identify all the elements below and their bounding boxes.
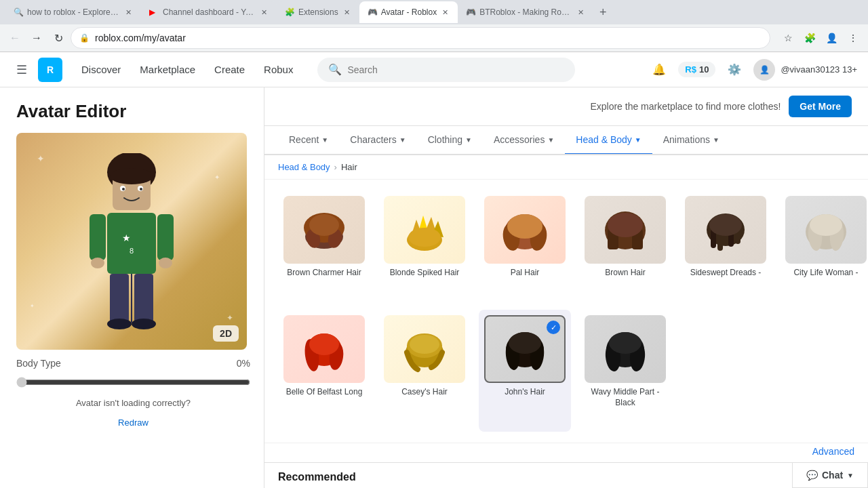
svg-text:★: ★ (122, 232, 131, 243)
address-text: roblox.com/my/avatar (95, 33, 186, 43)
nav-discover[interactable]: Discover (73, 60, 129, 79)
lock-icon: 🔒 (79, 33, 90, 43)
back-button[interactable]: ← (5, 28, 24, 47)
tab-close-4[interactable]: ✕ (441, 7, 450, 18)
tab-avatar-roblox[interactable]: 🎮 Avatar - Roblox ✕ (359, 1, 458, 23)
animations-dropdown-arrow: ▼ (713, 136, 719, 144)
item-wavy-middle-part[interactable]: Wavy Middle Part - Black (579, 310, 671, 432)
svg-point-58 (509, 332, 541, 354)
roblox-logo[interactable]: R (38, 58, 62, 82)
svg-rect-11 (157, 214, 174, 260)
hair-svg-5 (698, 206, 753, 253)
tab-title-4: Avatar - Roblox (381, 7, 437, 17)
item-caseys-hair[interactable]: Casey's Hair (378, 310, 471, 432)
svg-point-4 (122, 188, 125, 190)
body-type-range-input[interactable] (16, 377, 250, 388)
extensions-button[interactable]: 🧩 (800, 28, 819, 47)
settings-button[interactable]: ⚙️ (724, 59, 745, 81)
robux-balance[interactable]: R$ 10 (678, 62, 715, 77)
redraw-button[interactable]: Redraw (16, 418, 250, 428)
forward-button[interactable]: → (27, 28, 46, 47)
svg-point-17 (132, 319, 156, 329)
tab-close-2[interactable]: ✕ (260, 7, 269, 18)
item-name-8: Casey's Hair (401, 387, 448, 398)
search-icon: 🔍 (328, 63, 342, 76)
tab-favicon-1: 🔍 (14, 7, 23, 17)
tab-head-body[interactable]: Head & Body ▼ (565, 126, 652, 155)
item-blonde-spiked-hair[interactable]: Blonde Spiked Hair (378, 190, 471, 302)
item-city-life-woman[interactable]: City Life Woman - (780, 190, 868, 302)
svg-point-6 (110, 168, 153, 184)
chat-button[interactable]: 💬 Chat ▼ (792, 462, 868, 488)
item-pal-hair[interactable]: Pal Hair (479, 190, 571, 302)
nav-create[interactable]: Create (206, 60, 253, 79)
tab-btroblox[interactable]: 🎮 BTRoblox - Making Roblox Bett... ✕ (458, 1, 593, 23)
chat-label: Chat (822, 470, 843, 481)
item-thumbnail-9: ✓ (484, 315, 566, 383)
menu-button[interactable]: ⋮ (844, 28, 863, 47)
tab-youtube[interactable]: ▶ Channel dashboard - YouTube ✕ (141, 1, 277, 23)
tab-favicon-3: 🧩 (285, 7, 294, 17)
svg-point-13 (159, 258, 172, 268)
hair-svg-10 (598, 325, 652, 373)
notification-bell[interactable]: 🔔 (648, 59, 670, 81)
tab-how-to-roblox[interactable]: 🔍 how to roblox - Explore - Goo... ✕ (5, 1, 141, 23)
body-type-slider[interactable] (16, 377, 250, 390)
nav-marketplace[interactable]: Marketplace (132, 60, 203, 79)
hair-svg-9 (498, 325, 552, 373)
item-thumbnail-5 (685, 196, 766, 264)
hamburger-menu[interactable]: ☰ (11, 59, 33, 81)
category-tabs: Recent ▼ Characters ▼ Clothing ▼ Accesso… (264, 126, 868, 155)
tab-clothing[interactable]: Clothing ▼ (417, 126, 483, 155)
username-text: @vivaan30123 13+ (781, 64, 857, 75)
right-panel: Explore the marketplace to find more clo… (264, 87, 868, 488)
svg-point-47 (810, 214, 842, 236)
accessories-dropdown-arrow: ▼ (547, 136, 554, 144)
get-more-button[interactable]: Get More (789, 96, 852, 117)
breadcrumb-parent[interactable]: Head & Body (278, 162, 330, 172)
profile-button[interactable]: 👤 (822, 28, 841, 47)
body-type-percentage: 0% (237, 358, 250, 369)
tab-animations[interactable]: Animations ▼ (652, 126, 730, 155)
svg-rect-14 (110, 274, 129, 323)
svg-point-5 (140, 188, 142, 190)
tab-title-3: Extensions (298, 7, 338, 17)
item-belle-of-belfast[interactable]: Belle Of Belfast Long (278, 310, 370, 432)
tab-recent[interactable]: Recent ▼ (278, 126, 339, 155)
hair-svg-3 (498, 206, 552, 253)
body-type-row: Body Type 0% (16, 358, 250, 369)
item-sideswept-dreads[interactable]: Sideswept Dreads - (679, 190, 772, 302)
svg-point-23 (309, 214, 339, 236)
tab-close-5[interactable]: ✕ (576, 7, 585, 18)
tab-close-3[interactable]: ✕ (342, 7, 351, 18)
item-brown-charmer-hair[interactable]: Brown Charmer Hair (278, 190, 370, 302)
avatar-figure: ★ 8 (77, 153, 186, 329)
tab-extensions[interactable]: 🧩 Extensions ✕ (277, 1, 359, 23)
avatar-error-text: Avatar isn't loading correctly? (16, 398, 250, 408)
item-name-4: Brown Hair (605, 268, 645, 279)
bookmark-button[interactable]: ☆ (778, 28, 797, 47)
new-tab-button[interactable]: + (593, 3, 612, 22)
svg-rect-15 (134, 274, 153, 323)
tab-characters[interactable]: Characters ▼ (339, 126, 416, 155)
item-thumbnail-8 (384, 315, 465, 383)
advanced-button[interactable]: Advanced (812, 446, 854, 457)
main-content: Avatar Editor ✦ ✦ ✦ ✦ (0, 87, 868, 488)
breadcrumb-current: Hair (341, 162, 357, 172)
svg-point-43 (709, 214, 742, 236)
search-bar[interactable]: 🔍 (317, 58, 575, 82)
body-type-label: Body Type (16, 358, 61, 369)
tab-favicon-4: 🎮 (368, 7, 377, 17)
robux-icon: R$ (685, 64, 696, 75)
nav-links: Discover Marketplace Create Robux (73, 60, 301, 79)
user-profile[interactable]: 👤 @vivaan30123 13+ (753, 59, 857, 81)
search-input[interactable] (347, 64, 564, 75)
tab-accessories[interactable]: Accessories ▼ (483, 126, 565, 155)
nav-robux[interactable]: Robux (256, 60, 301, 79)
address-bar[interactable]: 🔒 roblox.com/my/avatar (71, 27, 770, 49)
reload-button[interactable]: ↻ (49, 28, 68, 47)
tab-close-1[interactable]: ✕ (124, 7, 133, 18)
item-johns-hair[interactable]: ✓ John's Hair (479, 310, 571, 432)
item-brown-hair[interactable]: Brown Hair (579, 190, 671, 302)
item-name-3: Pal Hair (511, 268, 540, 279)
